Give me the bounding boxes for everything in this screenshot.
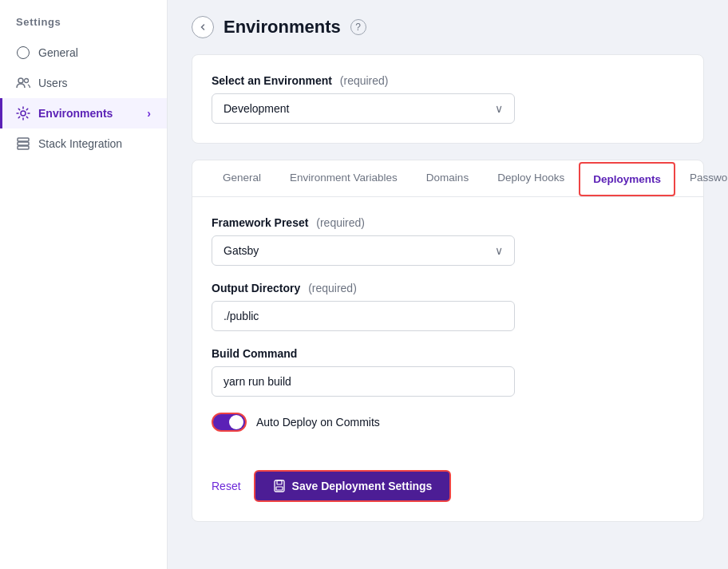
tab-environment-variables[interactable]: Environment Variables (275, 160, 412, 196)
environment-selector-card: Select an Environment (required) Develop… (192, 54, 704, 144)
help-icon[interactable]: ? (350, 19, 366, 35)
help-label: ? (355, 22, 361, 33)
chevron-right-icon: › (147, 107, 151, 120)
svg-point-0 (18, 78, 23, 83)
tab-password-protection[interactable]: Password Protection (675, 160, 728, 196)
output-directory-input[interactable] (212, 301, 515, 331)
chevron-down-icon: ∨ (495, 102, 503, 115)
sidebar-item-label: Stack Integration (38, 137, 122, 150)
svg-rect-4 (18, 142, 29, 145)
sidebar-item-label: Environments (38, 107, 113, 120)
env-required-text: (required) (340, 74, 389, 87)
auto-deploy-row: Auto Deploy on Commits (212, 413, 684, 432)
output-directory-label: Output Directory (required) (212, 282, 684, 294)
save-deployment-settings-button[interactable]: Save Deployment Settings (254, 470, 452, 502)
save-icon (273, 480, 286, 492)
save-label: Save Deployment Settings (292, 480, 433, 492)
sidebar-item-environments[interactable]: Environments › (0, 98, 167, 128)
build-command-label: Build Command (212, 347, 684, 360)
page-title: Environments (224, 17, 341, 38)
tab-deployments[interactable]: Deployments (579, 162, 675, 196)
env-select-label: Select an Environment (required) (212, 74, 684, 87)
framework-required: (required) (316, 216, 365, 229)
users-icon (16, 76, 30, 90)
framework-preset-select[interactable]: Gatsby ∨ (212, 235, 515, 266)
svg-rect-3 (18, 138, 29, 141)
svg-point-1 (25, 79, 29, 83)
reset-button[interactable]: Reset (212, 480, 241, 492)
auto-deploy-toggle[interactable] (212, 413, 247, 432)
svg-point-2 (21, 111, 26, 116)
tab-general[interactable]: General (208, 160, 275, 196)
sidebar-item-label: General (38, 46, 78, 59)
page-header: Environments ? (192, 16, 704, 38)
framework-preset-field: Framework Preset (required) Gatsby ∨ (212, 216, 684, 266)
svg-rect-5 (18, 146, 29, 149)
auto-deploy-label: Auto Deploy on Commits (256, 416, 380, 429)
toggle-thumb (229, 415, 243, 429)
layers-icon (16, 136, 30, 151)
chevron-down-icon: ∨ (495, 244, 503, 257)
sidebar-item-users[interactable]: Users (0, 68, 167, 98)
framework-value: Gatsby (224, 244, 259, 257)
environment-select[interactable]: Development ∨ (212, 93, 515, 124)
sidebar-title: Settings (0, 16, 167, 38)
env-select-value: Development (224, 102, 290, 115)
framework-preset-label: Framework Preset (required) (212, 216, 684, 229)
sidebar-item-label: Users (38, 77, 68, 89)
back-button[interactable] (192, 16, 214, 38)
sidebar-item-stack-integration[interactable]: Stack Integration (0, 128, 167, 159)
output-directory-field: Output Directory (required) (212, 282, 684, 331)
form-section: Framework Preset (required) Gatsby ∨ Out… (192, 197, 703, 470)
sidebar: Settings General Users Environments › (0, 0, 168, 569)
output-required: (required) (308, 282, 357, 294)
sidebar-item-general[interactable]: General (0, 38, 167, 68)
tabs-container: General Environment Variables Domains De… (192, 160, 703, 197)
environment-selector-body: Select an Environment (required) Develop… (192, 55, 703, 143)
build-command-field: Build Command (212, 347, 684, 397)
build-command-input[interactable] (212, 366, 515, 397)
svg-rect-8 (276, 487, 283, 490)
main-content: Environments ? Select an Environment (re… (168, 0, 728, 569)
actions-row: Reset Save Deployment Settings (192, 470, 703, 521)
gear-icon (16, 106, 30, 121)
circle-icon (16, 45, 30, 60)
tab-domains[interactable]: Domains (412, 160, 483, 196)
tab-deploy-hooks[interactable]: Deploy Hooks (483, 160, 579, 196)
deployments-card: General Environment Variables Domains De… (192, 160, 704, 522)
svg-rect-7 (277, 480, 282, 484)
